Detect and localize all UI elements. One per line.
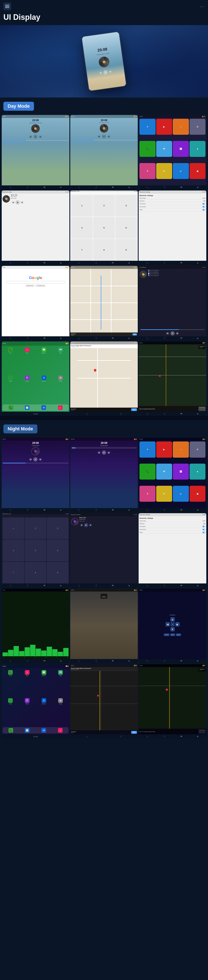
n-app-4[interactable]: ⚙ bbox=[189, 441, 205, 457]
bb-n4b[interactable]: 🎵 bbox=[27, 585, 28, 587]
bb-n4c[interactable]: 🗺 bbox=[44, 585, 45, 587]
prev-2[interactable]: ⏮ bbox=[98, 135, 101, 138]
bb-bt-7[interactable]: 🎵 bbox=[27, 337, 28, 339]
bb-n11b[interactable]: 🎵 bbox=[120, 736, 122, 738]
prev-1[interactable]: ⏮ bbox=[29, 135, 32, 138]
dial-5[interactable]: 5 bbox=[93, 217, 115, 239]
bb-dial-8[interactable]: 📞 bbox=[78, 337, 80, 339]
bb-bt-4[interactable]: 🎵 bbox=[27, 262, 28, 264]
app-music[interactable]: ♪ bbox=[173, 119, 189, 135]
app-phone[interactable]: 📞 bbox=[139, 141, 155, 157]
menu-button[interactable] bbox=[3, 3, 11, 10]
night-dock-mail[interactable]: ✉ bbox=[41, 728, 46, 733]
n-app-11[interactable]: ◎ bbox=[173, 486, 189, 502]
ios-podcast-icon[interactable]: 🎙 Podcasts bbox=[19, 375, 35, 403]
auto-connect-toggle[interactable] bbox=[202, 206, 205, 208]
app-waze[interactable]: 🗺 bbox=[156, 141, 172, 157]
dial-8[interactable]: 8 bbox=[93, 239, 115, 261]
bb-dial-11[interactable]: 📞 bbox=[86, 413, 88, 415]
bb-apps-5[interactable]: ⊞ bbox=[128, 262, 130, 264]
bb-n3c[interactable]: 🗺 bbox=[180, 509, 182, 511]
bb-dial-1[interactable]: 📞 bbox=[9, 186, 12, 188]
bb-n1b[interactable]: 🎵 bbox=[27, 509, 28, 511]
bb-n3b[interactable]: 🎵 bbox=[164, 509, 165, 511]
night-ios-phone[interactable]: 📞 Phone bbox=[3, 670, 19, 697]
ios-msg-icon[interactable]: 💬 Messages bbox=[36, 347, 52, 375]
night-ios-msg[interactable]: 💬 Messages bbox=[36, 670, 52, 697]
bb-n12c[interactable]: 🗺 bbox=[180, 736, 182, 738]
bb-n7b[interactable]: 🎵 bbox=[27, 660, 28, 662]
arrow-left[interactable]: ◀ bbox=[165, 622, 170, 627]
night-bt-prev[interactable]: ⏮ bbox=[80, 523, 83, 527]
go-button[interactable]: GO bbox=[132, 333, 137, 336]
ios-maps-icon[interactable]: 🗺 Maps bbox=[53, 347, 69, 375]
bb-n5[interactable]: 📞 bbox=[78, 585, 80, 587]
ndial-7[interactable]: 7 bbox=[3, 562, 24, 584]
bb-n11[interactable]: 📞 bbox=[86, 736, 88, 738]
night-prev-2[interactable]: ⏮ bbox=[98, 451, 101, 454]
bb-nav-6[interactable]: 🗺 bbox=[180, 262, 182, 264]
ndial-3[interactable]: 3 bbox=[47, 517, 68, 539]
bb-n1[interactable]: 📞 bbox=[9, 509, 12, 511]
ios-spotify-icon[interactable]: 🎵 Spotify bbox=[3, 375, 19, 403]
night-ios-spotify[interactable]: 🎵 Spotify bbox=[3, 698, 19, 725]
n-app-9[interactable]: A bbox=[139, 486, 155, 502]
bb-apps-12[interactable]: ⊞ bbox=[197, 413, 199, 415]
bb-bt-5[interactable]: 🎵 bbox=[95, 262, 97, 264]
bb-n7d[interactable]: ⊞ bbox=[60, 660, 61, 662]
bb-dial-5[interactable]: 📞 bbox=[78, 262, 80, 264]
bb-n8b[interactable]: 🎵 bbox=[95, 660, 97, 662]
bb-n9b[interactable]: 🎵 bbox=[164, 660, 165, 662]
google-search-btn[interactable]: Google Search bbox=[25, 285, 35, 287]
night-play-2[interactable]: ⏸ bbox=[102, 450, 106, 455]
night-ios-podcast[interactable]: 🎙 Podcasts bbox=[19, 698, 35, 725]
dial-2[interactable]: 2 bbox=[93, 195, 115, 216]
bb-n4[interactable]: 📞 bbox=[9, 585, 12, 587]
bb-apps-9[interactable]: ⊞ bbox=[197, 337, 199, 339]
bb-bt-6[interactable]: 🎵 bbox=[164, 262, 165, 264]
hero-prev-btn[interactable]: ⏮ bbox=[99, 71, 102, 75]
nav-dots[interactable]: ··· bbox=[200, 4, 205, 9]
app-telegram[interactable]: ✈ bbox=[139, 119, 155, 135]
n-app-1[interactable]: ✈ bbox=[139, 441, 155, 457]
app-nav[interactable]: ⊕ bbox=[156, 163, 172, 179]
bb-nav-8[interactable]: 🗺 bbox=[112, 337, 113, 339]
bb-n8d[interactable]: ⊞ bbox=[128, 660, 130, 662]
hero-next-btn[interactable]: ⏭ bbox=[109, 70, 112, 73]
bb-n6c[interactable]: 🗺 bbox=[180, 585, 182, 587]
night-bt-next[interactable]: ⏭ bbox=[89, 523, 92, 527]
bb-dial-9[interactable]: 📞 bbox=[147, 337, 148, 339]
dial-7[interactable]: 7 bbox=[71, 239, 93, 261]
nav-back-btn[interactable]: Back bbox=[170, 633, 175, 636]
night-ios-maps[interactable]: 🗺 Maps bbox=[53, 670, 69, 697]
n-power-toggle[interactable] bbox=[202, 532, 205, 533]
dial-1[interactable]: 1 bbox=[71, 195, 93, 216]
dock-phone[interactable]: 📞 bbox=[8, 405, 13, 410]
bb-dial-2[interactable]: 📞 bbox=[78, 186, 80, 188]
social-item-4[interactable]: 华乐_051_931BE.mp3 bbox=[148, 275, 205, 276]
ios-music-icon[interactable]: ♪ Music bbox=[19, 347, 35, 375]
bb-dial-4[interactable]: 📞 bbox=[9, 262, 12, 264]
bb-n2[interactable]: 📞 bbox=[78, 509, 80, 511]
bb-bt-3[interactable]: 🎵 bbox=[164, 186, 165, 188]
bb-nav-3[interactable]: 🗺 bbox=[180, 186, 182, 188]
next-2[interactable]: ⏭ bbox=[107, 135, 110, 138]
n-app-10[interactable]: ⊕ bbox=[156, 486, 172, 502]
next-1[interactable]: ⏭ bbox=[39, 135, 42, 138]
bb-n4d[interactable]: ⊞ bbox=[60, 585, 61, 587]
ndial-9[interactable]: 9 bbox=[47, 562, 68, 584]
google-search-input[interactable] bbox=[6, 281, 65, 283]
coffee-go-btn[interactable]: GO bbox=[131, 408, 137, 411]
dial-9[interactable]: 9 bbox=[115, 239, 137, 261]
bb-nav-2[interactable]: 🗺 bbox=[112, 186, 113, 188]
hero-play-btn[interactable]: ⏸ bbox=[103, 70, 108, 75]
arrow-down[interactable]: ▼ bbox=[170, 627, 175, 632]
bb-apps-1[interactable]: ⊞ bbox=[60, 186, 61, 188]
bb-bt-11[interactable]: 🎵 bbox=[120, 413, 122, 415]
ndial-2[interactable]: 2 bbox=[25, 517, 46, 539]
bb-n9d[interactable]: ⊞ bbox=[197, 660, 199, 662]
bb-nav-5[interactable]: 🗺 bbox=[112, 262, 113, 264]
social-item-3[interactable]: 华乐_016_9FCBE.mp3 bbox=[148, 273, 205, 274]
ios-appstore-icon[interactable]: A App Store bbox=[36, 375, 52, 403]
bb-bt-1[interactable]: 🎵 bbox=[27, 186, 28, 188]
